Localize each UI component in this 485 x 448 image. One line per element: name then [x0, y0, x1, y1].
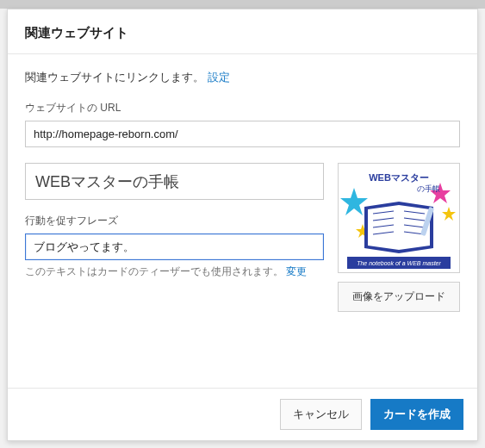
- title-input[interactable]: [25, 163, 324, 200]
- title-field-group: [25, 163, 324, 200]
- svg-text:WEBマスター: WEBマスター: [369, 172, 429, 183]
- thumbnail-preview: WEBマスター の手帳 The notebook of a WEB master: [338, 163, 460, 273]
- dialog-body: 関連ウェブサイトにリンクします。 設定 ウェブサイトの URL 行動を促すフレー…: [8, 54, 477, 388]
- left-column: 行動を促すフレーズ このテキストはカードのティーザーでも使用されます。 変更: [25, 163, 324, 278]
- cta-label: 行動を促すフレーズ: [25, 214, 324, 228]
- url-field-group: ウェブサイトの URL: [25, 101, 460, 147]
- dialog-title: 関連ウェブサイト: [8, 9, 477, 54]
- create-card-button[interactable]: カードを作成: [370, 399, 463, 430]
- svg-text:The notebook of a WEB master: The notebook of a WEB master: [357, 260, 441, 266]
- cancel-button[interactable]: キャンセル: [280, 399, 362, 430]
- change-link[interactable]: 変更: [286, 266, 307, 277]
- helper-message: このテキストはカードのティーザーでも使用されます。: [25, 266, 283, 277]
- right-column: WEBマスター の手帳 The notebook of a WEB master…: [338, 163, 460, 312]
- intro-text: 関連ウェブサイトにリンクします。 設定: [25, 70, 460, 85]
- settings-link[interactable]: 設定: [208, 71, 230, 84]
- related-website-dialog: 関連ウェブサイト 関連ウェブサイトにリンクします。 設定 ウェブサイトの URL…: [7, 9, 478, 441]
- helper-text: このテキストはカードのティーザーでも使用されます。 変更: [25, 265, 324, 278]
- intro-message: 関連ウェブサイトにリンクします。: [25, 71, 204, 84]
- cta-input[interactable]: [25, 233, 324, 260]
- svg-text:の手帳: の手帳: [417, 184, 440, 193]
- cta-field-group: 行動を促すフレーズ: [25, 214, 324, 260]
- background-overlay: [0, 0, 485, 9]
- url-input[interactable]: [25, 121, 460, 147]
- upload-image-button[interactable]: 画像をアップロード: [338, 282, 460, 312]
- dialog-footer: キャンセル カードを作成: [8, 388, 477, 440]
- content-row: 行動を促すフレーズ このテキストはカードのティーザーでも使用されます。 変更: [25, 163, 460, 312]
- url-label: ウェブサイトの URL: [25, 101, 460, 115]
- thumbnail-image: WEBマスター の手帳 The notebook of a WEB master: [339, 164, 459, 272]
